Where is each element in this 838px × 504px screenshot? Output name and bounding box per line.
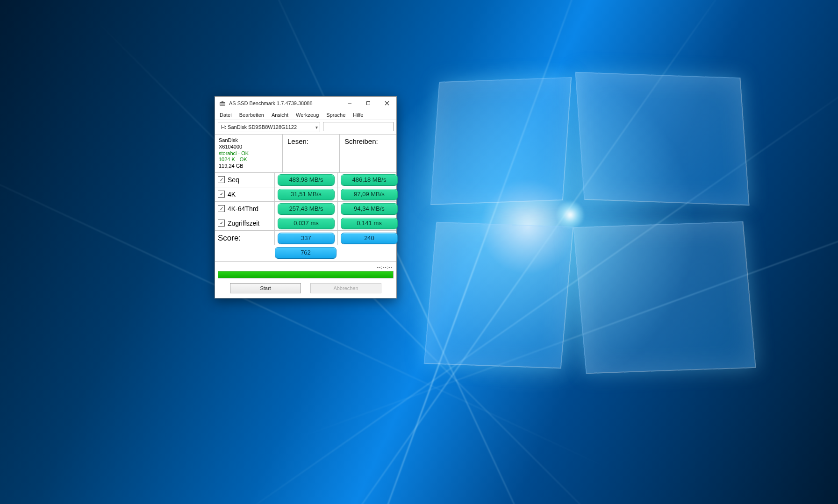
desktop-wallpaper: AS SSD Benchmark 1.7.4739.38088 Datei Be… bbox=[0, 0, 838, 504]
window-title: AS SSD Benchmark 1.7.4739.38088 bbox=[229, 100, 340, 106]
row-4k-label: 4K bbox=[228, 191, 236, 198]
menu-werkzeug[interactable]: Werkzeug bbox=[292, 111, 322, 119]
wallpaper-pane bbox=[430, 77, 572, 205]
row-4k64-label: 4K-64Thrd bbox=[228, 205, 258, 213]
checkbox-4k64[interactable]: ✓ bbox=[218, 205, 225, 212]
row-4k: ✓ 4K 31,51 MB/s 97,09 MB/s bbox=[215, 187, 396, 202]
wallpaper-pane bbox=[424, 222, 574, 369]
row-access-read-cell: 0,037 ms bbox=[275, 216, 338, 230]
score-total-value: 762 bbox=[275, 247, 337, 258]
seq-write-value: 486,18 MB/s bbox=[341, 174, 398, 185]
row-4k-write-cell: 97,09 MB/s bbox=[338, 187, 401, 201]
device-align: 1024 K - OK bbox=[219, 156, 279, 163]
timing-label: --:--:-- bbox=[218, 264, 394, 270]
row-access-label: Zugriffszeit bbox=[228, 220, 259, 227]
checkbox-4k[interactable]: ✓ bbox=[218, 191, 225, 198]
row-4k-read-cell: 31,51 MB/s bbox=[275, 187, 338, 201]
device-size: 119,24 GB bbox=[219, 163, 279, 170]
k464-write-value: 94,34 MB/s bbox=[341, 203, 398, 214]
row-seq-write-cell: 486,18 MB/s bbox=[338, 173, 401, 187]
row-4k64-read-cell: 257,43 MB/s bbox=[275, 202, 338, 216]
row-score: Score: 337 240 762 bbox=[215, 231, 396, 262]
drive-select[interactable]: H: SanDisk SD9SB8W128G1122 ▾ bbox=[218, 122, 320, 132]
progress-block: --:--:-- bbox=[215, 262, 396, 278]
row-4k-label-cell: ✓ 4K bbox=[215, 187, 275, 201]
drive-select-value: H: SanDisk SD9SB8W128G1122 bbox=[221, 124, 297, 130]
seq-read-value: 483,98 MB/s bbox=[278, 174, 335, 185]
wallpaper-pane bbox=[573, 221, 756, 374]
minimize-button[interactable] bbox=[340, 97, 359, 110]
column-header-write: Schreiben: bbox=[340, 135, 396, 172]
window-controls bbox=[340, 97, 396, 110]
score-read-value: 337 bbox=[278, 233, 335, 244]
acc-write-value: 0,141 ms bbox=[341, 218, 398, 229]
row-access-write-cell: 0,141 ms bbox=[338, 216, 401, 230]
k4-write-value: 97,09 MB/s bbox=[341, 189, 398, 200]
drive-row: H: SanDisk SD9SB8W128G1122 ▾ bbox=[215, 120, 396, 134]
svg-rect-2 bbox=[222, 101, 223, 102]
svg-rect-1 bbox=[220, 103, 225, 105]
k464-read-value: 257,43 MB/s bbox=[278, 203, 335, 214]
menu-datei[interactable]: Datei bbox=[216, 111, 236, 119]
k4-read-value: 31,51 MB/s bbox=[278, 189, 335, 200]
app-window: AS SSD Benchmark 1.7.4739.38088 Datei Be… bbox=[215, 96, 397, 298]
row-access: ✓ Zugriffszeit 0,037 ms 0,141 ms bbox=[215, 216, 396, 231]
row-seq-read-cell: 483,98 MB/s bbox=[275, 173, 338, 187]
row-4k64-write-cell: 94,34 MB/s bbox=[338, 202, 401, 216]
menu-ansicht[interactable]: Ansicht bbox=[268, 111, 292, 119]
maximize-button[interactable] bbox=[359, 97, 378, 110]
acc-read-value: 0,037 ms bbox=[278, 218, 335, 229]
progress-bar bbox=[218, 271, 394, 278]
titlebar[interactable]: AS SSD Benchmark 1.7.4739.38088 bbox=[215, 97, 396, 110]
device-driver: storahci - OK bbox=[219, 150, 279, 157]
row-seq-label: Seq bbox=[228, 176, 239, 184]
close-button[interactable] bbox=[378, 97, 396, 110]
progress-fill bbox=[218, 271, 393, 278]
score-label: Score: bbox=[215, 231, 275, 245]
app-icon bbox=[219, 99, 226, 107]
column-header-read: Lesen: bbox=[283, 135, 340, 172]
score-write-cell: 240 bbox=[338, 231, 401, 245]
device-info: SanDisk X6104000 storahci - OK 1024 K - … bbox=[215, 135, 283, 172]
abort-button[interactable]: Abbrechen bbox=[310, 283, 381, 293]
menubar: Datei Bearbeiten Ansicht Werkzeug Sprach… bbox=[215, 110, 396, 120]
row-seq-label-cell: ✓ Seq bbox=[215, 173, 275, 187]
header-row: SanDisk X6104000 storahci - OK 1024 K - … bbox=[215, 135, 396, 173]
row-seq: ✓ Seq 483,98 MB/s 486,18 MB/s bbox=[215, 173, 396, 187]
button-row: Start Abbrechen bbox=[215, 278, 396, 298]
device-model: X6104000 bbox=[219, 144, 279, 150]
results-grid: SanDisk X6104000 storahci - OK 1024 K - … bbox=[215, 134, 396, 262]
drive-path-input[interactable] bbox=[323, 122, 394, 131]
wallpaper-pane bbox=[575, 72, 749, 206]
row-4k64-label-cell: ✓ 4K-64Thrd bbox=[215, 202, 275, 216]
row-4k64: ✓ 4K-64Thrd 257,43 MB/s 94,34 MB/s bbox=[215, 202, 396, 216]
row-access-label-cell: ✓ Zugriffszeit bbox=[215, 216, 275, 230]
wallpaper-glow bbox=[556, 201, 584, 229]
start-button[interactable]: Start bbox=[230, 283, 301, 293]
svg-rect-4 bbox=[367, 102, 370, 105]
menu-hilfe[interactable]: Hilfe bbox=[349, 111, 367, 119]
checkbox-seq[interactable]: ✓ bbox=[218, 176, 225, 183]
menu-bearbeiten[interactable]: Bearbeiten bbox=[236, 111, 268, 119]
device-vendor: SanDisk bbox=[219, 137, 279, 144]
chevron-down-icon: ▾ bbox=[315, 125, 318, 130]
checkbox-access[interactable]: ✓ bbox=[218, 220, 225, 227]
score-read-cell: 337 bbox=[275, 231, 338, 245]
menu-sprache[interactable]: Sprache bbox=[322, 111, 349, 119]
score-write-value: 240 bbox=[341, 233, 398, 244]
